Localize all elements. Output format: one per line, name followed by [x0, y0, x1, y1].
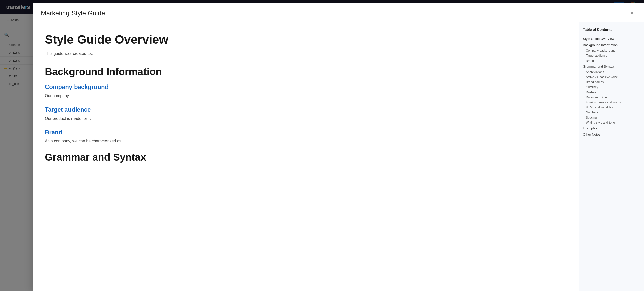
- audience-text: Our product is made for…: [45, 116, 566, 121]
- toc-list: Style Guide OverviewBackground Informati…: [583, 36, 640, 138]
- toc-main-item[interactable]: Grammar and Syntax: [583, 63, 640, 70]
- toc-sub-item[interactable]: Currency: [583, 85, 640, 90]
- overview-intro: This guide was created to…: [45, 51, 566, 56]
- brand-text: As a company, we can be characterized as…: [45, 139, 566, 143]
- company-heading: Company background: [45, 83, 566, 91]
- modal-title: Marketing Style Guide: [41, 9, 105, 17]
- toc-sub-item[interactable]: Writing style and tone: [583, 120, 640, 125]
- toc-sub-item[interactable]: Numbers: [583, 110, 640, 115]
- toc-main-item[interactable]: Other Notes: [583, 131, 640, 138]
- toc-panel: Table of Contents Style Guide OverviewBa…: [579, 22, 644, 291]
- toc-sub-item[interactable]: Spacing: [583, 115, 640, 120]
- overview-heading: Style Guide Overview: [45, 33, 566, 46]
- toc-title: Table of Contents: [583, 27, 640, 32]
- company-text: Our company…: [45, 94, 566, 98]
- grammar-heading: Grammar and Syntax: [45, 152, 566, 163]
- background-heading: Background Information: [45, 66, 566, 77]
- toc-main-item[interactable]: Examples: [583, 125, 640, 131]
- brand-heading: Brand: [45, 129, 566, 136]
- style-guide-content: Style Guide Overview This guide was crea…: [33, 22, 579, 291]
- toc-sub-item[interactable]: Foreign names and words: [583, 100, 640, 105]
- toc-main-item[interactable]: Background Information: [583, 42, 640, 48]
- toc-sub-item[interactable]: Abbreviations: [583, 70, 640, 75]
- modal-header: Marketing Style Guide ×: [33, 3, 644, 22]
- toc-sub-item[interactable]: Dates and Time: [583, 95, 640, 100]
- toc-sub-item[interactable]: Company background: [583, 48, 640, 53]
- toc-sub-item[interactable]: Brand names: [583, 80, 640, 85]
- toc-sub-item[interactable]: Dashes: [583, 90, 640, 95]
- toc-sub-item[interactable]: Active vs. passive voice: [583, 75, 640, 80]
- modal-close-button[interactable]: ×: [628, 9, 636, 17]
- audience-heading: Target audience: [45, 106, 566, 113]
- toc-sub-item[interactable]: Brand: [583, 58, 640, 63]
- toc-sub-item[interactable]: HTML and variables: [583, 105, 640, 110]
- modal-body: Style Guide Overview This guide was crea…: [33, 22, 644, 291]
- style-guide-modal: Marketing Style Guide × Style Guide Over…: [33, 3, 644, 291]
- toc-sub-item[interactable]: Target audience: [583, 53, 640, 58]
- toc-main-item[interactable]: Style Guide Overview: [583, 36, 640, 42]
